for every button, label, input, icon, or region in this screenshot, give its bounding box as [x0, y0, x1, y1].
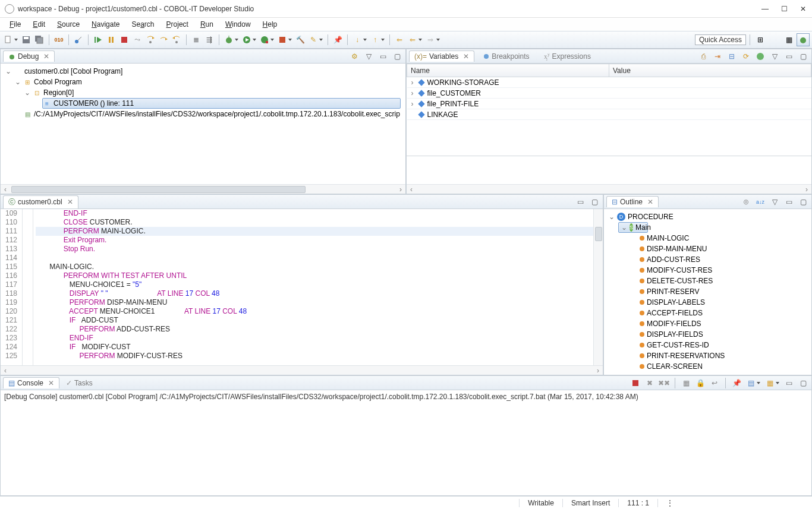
- step-return-button[interactable]: [171, 34, 182, 46]
- menu-navigate[interactable]: Navigate: [87, 19, 124, 30]
- view-menu-icon[interactable]: ▽: [769, 50, 780, 62]
- menu-search[interactable]: Search: [127, 19, 159, 30]
- variable-row[interactable]: ›WORKING-STORAGE: [410, 78, 607, 87]
- hex-button[interactable]: 010: [53, 34, 65, 46]
- resume-button[interactable]: [92, 34, 104, 46]
- debug-path[interactable]: /C:/A1MyProjects/CIT/AWSFiles/installFil…: [34, 110, 400, 118]
- debug-frame[interactable]: CUSTOMER0 () line: 111: [53, 99, 134, 108]
- step-into-button[interactable]: [144, 34, 156, 46]
- menu-window[interactable]: Window: [221, 19, 256, 30]
- debug-region[interactable]: Region[0]: [43, 88, 74, 97]
- vars-scroll-x[interactable]: ‹›: [407, 184, 811, 194]
- maximize-button[interactable]: ☐: [780, 5, 788, 13]
- menu-help[interactable]: Help: [258, 19, 282, 30]
- outline-item[interactable]: GET-CUST-RES-ID: [606, 340, 809, 350]
- pin-console-button[interactable]: 📌: [731, 377, 742, 389]
- outline-item[interactable]: MAIN-LOGIC: [606, 233, 809, 244]
- clear-console-button[interactable]: ▦: [680, 377, 692, 389]
- outline-item[interactable]: DELETE-CUST-RES: [606, 276, 809, 286]
- highlight-button[interactable]: [754, 50, 766, 62]
- editor-tab[interactable]: ⓒcustomer0.cbl✕: [3, 195, 78, 208]
- next-annotation-button[interactable]: ↓: [351, 34, 363, 46]
- tasks-tab[interactable]: ✓Tasks: [61, 377, 98, 388]
- console-body[interactable]: [Debug Console] customer0.cbl [Cobol Pro…: [1, 390, 811, 495]
- minimize-icon[interactable]: ▭: [783, 196, 795, 208]
- skip-breakpoints-button[interactable]: [73, 34, 84, 46]
- minimize-icon[interactable]: ▭: [574, 196, 586, 208]
- outline-item[interactable]: DISPLAY-LABELS: [606, 297, 809, 308]
- menu-source[interactable]: Source: [52, 19, 84, 30]
- debug-menu-button[interactable]: [223, 34, 235, 46]
- scroll-lock-button[interactable]: 🔒: [694, 377, 706, 389]
- close-icon[interactable]: ✕: [43, 52, 49, 61]
- outline-item[interactable]: CLEAR-SCREEN: [606, 361, 809, 372]
- outline-item[interactable]: DISPLAY-FIELDS: [606, 329, 809, 340]
- close-icon[interactable]: ✕: [647, 198, 653, 206]
- show-type-button[interactable]: ⎙: [697, 50, 709, 62]
- run-menu-button[interactable]: [241, 34, 253, 46]
- close-button[interactable]: ✕: [799, 5, 807, 13]
- terminate-console-button[interactable]: [630, 377, 641, 389]
- pin-button[interactable]: 📌: [332, 34, 344, 46]
- back-history-button[interactable]: ⇐: [407, 34, 418, 46]
- open-perspective-button[interactable]: ⊞: [754, 33, 767, 46]
- show-logical-button[interactable]: ⇥: [712, 50, 723, 62]
- outline-item[interactable]: DISP-MAIN-MENU: [606, 244, 809, 254]
- variables-tab[interactable]: (x)=Variables✕: [409, 50, 474, 62]
- drop-to-frame-button[interactable]: ≣: [190, 34, 202, 46]
- outline-item[interactable]: PRINT-RESERVATIONS: [606, 350, 809, 361]
- col-name[interactable]: Name: [407, 64, 609, 77]
- build-button[interactable]: 🔨: [294, 34, 306, 46]
- use-step-filters-button[interactable]: ⇶: [203, 34, 215, 46]
- view-menu-icon[interactable]: ▽: [769, 196, 780, 208]
- quick-access[interactable]: Quick Access: [695, 34, 746, 45]
- outline-tab[interactable]: ⊟Outline✕: [606, 196, 659, 207]
- menu-edit[interactable]: Edit: [28, 19, 50, 30]
- editor-scroll-y[interactable]: [593, 209, 603, 365]
- word-wrap-button[interactable]: ↩: [709, 377, 720, 389]
- debug-root[interactable]: customer0.cbl [Cobol Program]: [24, 67, 122, 75]
- remove-all-button[interactable]: ✖✖: [658, 377, 670, 389]
- collapse-all-button[interactable]: ⊟: [726, 50, 738, 62]
- outline-item[interactable]: ACCEPT-FIELDS: [606, 308, 809, 318]
- new-button[interactable]: [2, 34, 14, 46]
- col-value[interactable]: Value: [609, 64, 811, 77]
- variable-row[interactable]: LINKAGE: [410, 110, 607, 119]
- open-console-button[interactable]: ▦: [764, 377, 776, 389]
- forward-history-button[interactable]: ⇒: [424, 34, 436, 46]
- variable-row[interactable]: ›file_CUSTOMER: [410, 89, 607, 97]
- save-all-button[interactable]: [33, 34, 45, 46]
- outline-main[interactable]: Main: [635, 223, 651, 232]
- minimize-icon[interactable]: ▭: [783, 50, 795, 62]
- display-console-button[interactable]: ▤: [745, 377, 757, 389]
- view-menu-icon[interactable]: ▽: [363, 50, 374, 62]
- minimize-icon[interactable]: ▭: [377, 50, 389, 62]
- close-icon[interactable]: ✕: [67, 198, 73, 206]
- remove-launch-button[interactable]: ✖: [644, 377, 656, 389]
- perspective-debug[interactable]: [797, 33, 810, 46]
- menu-project[interactable]: Project: [162, 19, 193, 30]
- refresh-icon[interactable]: ⟳: [740, 50, 752, 62]
- outline-item[interactable]: PRINT-RESERV: [606, 286, 809, 297]
- focus-button[interactable]: ⊚: [740, 196, 752, 208]
- debug-tab[interactable]: Debug✕: [3, 50, 55, 62]
- sort-button[interactable]: a↓z: [754, 196, 766, 208]
- console-tab[interactable]: ▤Console✕: [3, 377, 59, 388]
- maximize-icon[interactable]: ▢: [797, 196, 809, 208]
- ext-tools-button[interactable]: [276, 34, 288, 46]
- disconnect-button[interactable]: ⤳: [131, 34, 143, 46]
- outline-root[interactable]: PROCEDURE: [628, 213, 673, 221]
- debug-tree[interactable]: ⌄customer0.cbl [Cobol Program] ⌄⊞Cobol P…: [1, 64, 405, 184]
- debug-view-menu-button[interactable]: ⚙: [348, 50, 360, 62]
- variables-table[interactable]: Name Value ›WORKING-STORAGE›file_CUSTOME…: [407, 64, 811, 120]
- debug-program[interactable]: Cobol Program: [34, 78, 82, 86]
- terminate-button[interactable]: [118, 34, 130, 46]
- debug-scroll-x[interactable]: ‹›: [1, 184, 405, 194]
- perspective-resource[interactable]: ▦: [782, 33, 795, 46]
- menu-run[interactable]: Run: [196, 19, 218, 30]
- suspend-button[interactable]: [105, 34, 117, 46]
- coverage-button[interactable]: [259, 34, 270, 46]
- maximize-icon[interactable]: ▢: [588, 196, 600, 208]
- variable-row[interactable]: ›file_PRINT-FILE: [410, 100, 607, 108]
- editor-scroll-x[interactable]: ‹›: [1, 365, 603, 375]
